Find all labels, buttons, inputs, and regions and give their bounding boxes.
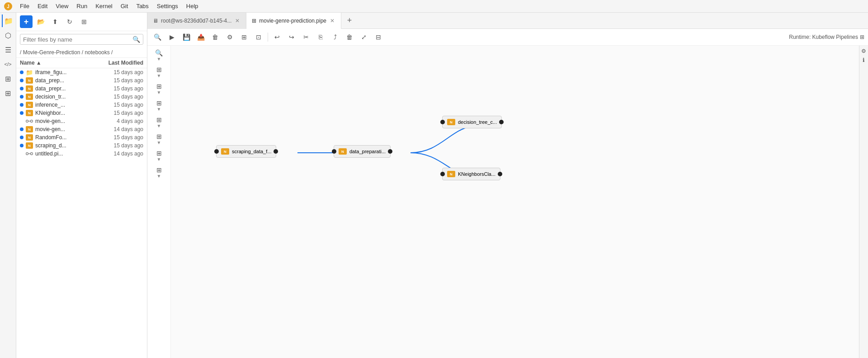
notebook-icon: N xyxy=(25,102,33,108)
node-data-prep[interactable]: N data_preparati... xyxy=(334,145,391,158)
list-item[interactable]: N decision_tr... 15 days ago xyxy=(16,93,147,101)
list-item[interactable]: N RandomFo... 15 days ago xyxy=(16,133,147,141)
sidebar-icon-table[interactable]: ⊞ xyxy=(2,72,14,85)
sidebar-icon-folder[interactable]: 📁 xyxy=(2,14,14,27)
list-item[interactable]: N scraping_d... 15 days ago xyxy=(16,141,147,150)
pipeline-tool-1[interactable]: ⊞ ▼ xyxy=(148,64,170,80)
file-indicator xyxy=(20,79,24,82)
pipeline-tool-5[interactable]: ⊞ ▼ xyxy=(148,131,170,147)
clear-button[interactable]: 🗑 xyxy=(209,31,222,43)
right-sidebar: ⚙ ℹ xyxy=(859,46,868,358)
file-name: movie-gen... xyxy=(35,118,98,124)
tab-add-button[interactable]: + xyxy=(341,13,358,29)
delete-button[interactable]: 🗑 xyxy=(343,31,356,43)
menubar: J File Edit View Run Kernel Git Tabs Set… xyxy=(0,0,868,13)
settings-toolbar-button[interactable]: ⚙ xyxy=(223,31,236,43)
menu-help[interactable]: Help xyxy=(183,2,202,10)
upload-folder-button[interactable]: 📂 xyxy=(34,15,47,28)
tool-icon-7: ⊞ xyxy=(156,166,162,174)
refresh-button[interactable]: ↻ xyxy=(63,15,76,28)
node-scraping[interactable]: N scraping_data_f... xyxy=(216,145,276,158)
svg-point-5 xyxy=(26,153,28,155)
menu-settings[interactable]: Settings xyxy=(153,2,182,10)
cut-button[interactable]: ✂ xyxy=(300,31,312,43)
menu-file[interactable]: File xyxy=(16,2,33,10)
file-name: iframe_figu... xyxy=(35,69,98,75)
tool-icon-3: ⊞ xyxy=(156,99,162,107)
redo-button[interactable]: ↪ xyxy=(285,31,298,43)
file-date: 15 days ago xyxy=(98,102,143,108)
run-button[interactable]: ▶ xyxy=(165,31,178,43)
sidebar-icons: 📁 ⬡ ☰ </> ⊞ ⊞ xyxy=(0,13,16,358)
toolbar-separator xyxy=(268,33,268,42)
file-indicator xyxy=(20,144,24,147)
file-name: movie-gen... xyxy=(35,126,98,132)
collapse-button[interactable]: ⊟ xyxy=(372,31,385,43)
sidebar-icon-list[interactable]: ☰ xyxy=(2,43,14,56)
search-icon: 🔍 xyxy=(132,36,140,43)
menu-tabs[interactable]: Tabs xyxy=(132,2,152,10)
file-name: data_prep... xyxy=(35,77,98,84)
copy-button[interactable]: ⎘ xyxy=(314,31,327,43)
column-date[interactable]: Last Modified xyxy=(98,60,143,66)
list-item[interactable]: N data_prep... 15 days ago xyxy=(16,76,147,85)
upload-file-button[interactable]: ⬆ xyxy=(49,15,61,28)
pipeline-tool-7[interactable]: ⊞ ▼ xyxy=(148,165,170,180)
tab-terminal[interactable]: 🖥 root@ws-8236d0d7-b145-4... ✕ xyxy=(147,13,246,29)
list-item[interactable]: N inference_... 15 days ago xyxy=(16,101,147,109)
expand-button[interactable]: ⤢ xyxy=(358,31,370,43)
pipeline-tool-4[interactable]: ⊞ ▼ xyxy=(148,114,170,130)
pipeline-panel: 🔍 ▼ ⊞ ▼ ⊞ ▼ ⊞ ▼ ⊞ ▼ xyxy=(147,46,868,358)
editor-toolbar: 🔍 ▶ 💾 📤 🗑 ⚙ ⊞ ⊡ ↩ ↪ ✂ ⎘ ⤴ 🗑 ⤢ ⊟ Runtime:… xyxy=(147,29,868,46)
file-indicator xyxy=(20,71,24,74)
list-item[interactable]: N movie-gen... 14 days ago xyxy=(16,125,147,133)
menu-kernel[interactable]: Kernel xyxy=(92,2,116,10)
pipeline-tool-6[interactable]: ⊞ ▼ xyxy=(148,148,170,164)
sidebar-settings-icon[interactable]: ⚙ xyxy=(860,47,868,55)
share-button[interactable]: ⤴ xyxy=(329,31,341,43)
list-item[interactable]: untitled.pi... 14 days ago xyxy=(16,150,147,158)
column-name[interactable]: Name ▲ xyxy=(20,60,98,66)
save-button[interactable]: 💾 xyxy=(180,31,193,43)
tab-label: root@ws-8236d0d7-b145-4... xyxy=(161,18,231,24)
file-date: 15 days ago xyxy=(98,110,143,116)
undo-button[interactable]: ↩ xyxy=(271,31,283,43)
menu-git[interactable]: Git xyxy=(117,2,132,10)
file-search[interactable]: 🔍 xyxy=(20,34,143,45)
port-left-data-prep xyxy=(332,149,336,154)
arrange-button[interactable]: ⊡ xyxy=(252,31,265,43)
list-item[interactable]: 📁 iframe_figu... 15 days ago xyxy=(16,68,147,76)
menu-run[interactable]: Run xyxy=(73,2,91,10)
list-item[interactable]: N data_prepr... 15 days ago xyxy=(16,85,147,93)
search-tool-icon: 🔍 xyxy=(155,49,163,57)
search-input[interactable] xyxy=(23,36,131,43)
menu-view[interactable]: View xyxy=(52,2,72,10)
export-button[interactable]: 📤 xyxy=(194,31,207,43)
port-left-decision-tree xyxy=(440,120,445,124)
pipeline-tool-search[interactable]: 🔍 ▼ xyxy=(148,47,170,63)
tab-close-button[interactable]: ✕ xyxy=(234,17,241,25)
terminal-icon: 🖥 xyxy=(153,18,158,24)
node-kneighbors[interactable]: N KNeighborsCla... xyxy=(442,168,500,180)
sidebar-icon-git[interactable]: ⬡ xyxy=(2,29,14,42)
grid-button[interactable]: ⊞ xyxy=(238,31,250,43)
new-file-button[interactable]: + xyxy=(20,15,33,28)
pipeline-canvas[interactable]: N scraping_data_f... N data_preparati...… xyxy=(171,46,859,358)
pipeline-tool-3[interactable]: ⊞ ▼ xyxy=(148,98,170,113)
list-item[interactable]: movie-gen... 4 days ago xyxy=(16,117,147,125)
node-decision-tree[interactable]: N decision_tree_c... xyxy=(442,116,502,128)
search-toolbar-button[interactable]: 🔍 xyxy=(151,31,164,43)
node-icon-data-prep: N xyxy=(339,148,347,155)
sidebar-icon-apps[interactable]: ⊞ xyxy=(2,87,14,99)
file-date: 15 days ago xyxy=(98,142,143,149)
tab-pipeline[interactable]: ⊞ movie-genre-prediction.pipe ✕ xyxy=(246,13,341,29)
pipeline-tool-2[interactable]: ⊞ ▼ xyxy=(148,81,170,97)
sidebar-info-icon[interactable]: ℹ xyxy=(860,57,868,64)
menu-edit[interactable]: Edit xyxy=(34,2,51,10)
file-indicator xyxy=(20,127,24,131)
list-item[interactable]: N KNeighbor... 15 days ago xyxy=(16,109,147,117)
sidebar-icon-code[interactable]: </> xyxy=(2,58,14,71)
git-button[interactable]: ⊞ xyxy=(78,15,90,28)
tab-close-button[interactable]: ✕ xyxy=(329,17,335,25)
file-list-header[interactable]: Name ▲ Last Modified xyxy=(16,58,147,68)
